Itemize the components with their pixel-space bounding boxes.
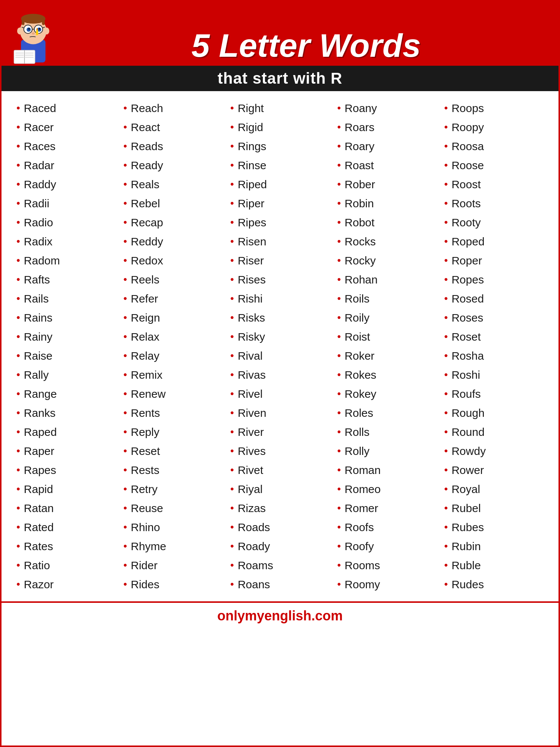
list-item: Raise [16, 346, 116, 365]
list-item: Rowdy [444, 441, 544, 461]
list-item: Rafts [16, 270, 116, 289]
list-item: Roils [337, 289, 436, 308]
list-item: Rider [123, 556, 223, 575]
list-item: Rival [230, 346, 330, 365]
list-item: Royal [444, 480, 544, 499]
list-item: Roped [444, 232, 544, 251]
list-item: Rises [230, 270, 330, 289]
list-item: Rokes [337, 365, 436, 384]
list-item: Rober [337, 175, 436, 194]
list-item: Roady [230, 537, 330, 556]
footer-url: onlymyenglish.com [217, 608, 343, 623]
list-item: Risks [230, 308, 330, 327]
list-item: Ranks [16, 403, 116, 422]
list-item: Reach [123, 99, 223, 118]
list-item: Roosa [444, 137, 544, 156]
word-list-1: RacedRacerRacesRadarRaddyRadiiRadioRadix… [16, 99, 116, 594]
list-item: Radar [16, 156, 116, 175]
header: 5 Letter Words [1, 1, 559, 66]
list-item: Rooty [444, 213, 544, 232]
list-item: Reels [123, 270, 223, 289]
svg-point-11 [28, 28, 30, 30]
svg-rect-4 [42, 18, 45, 25]
list-item: Riven [230, 403, 330, 422]
list-item: Refer [123, 289, 223, 308]
list-item: Radom [16, 251, 116, 270]
list-item: Roofs [337, 518, 436, 537]
list-item: Robot [337, 213, 436, 232]
list-item: Rooms [337, 556, 436, 575]
list-item: Rally [16, 365, 116, 384]
list-item: Roist [337, 327, 436, 346]
list-item: Roomy [337, 575, 436, 594]
list-item: Rocky [337, 251, 436, 270]
list-item: Roily [337, 308, 436, 327]
list-item: Racer [16, 118, 116, 137]
list-item: Roast [337, 156, 436, 175]
list-item: Rosha [444, 346, 544, 365]
list-item: Romeo [337, 480, 436, 499]
list-item: Razor [16, 575, 116, 594]
list-item: Relax [123, 327, 223, 346]
subtitle-bar: that start with R [0, 66, 560, 91]
list-item: Races [16, 137, 116, 156]
list-item: Rohan [337, 270, 436, 289]
list-item: Recap [123, 213, 223, 232]
list-item: Roses [444, 308, 544, 327]
list-item: Raped [16, 422, 116, 441]
mascot [9, 8, 61, 66]
list-item: Roufs [444, 384, 544, 403]
list-item: Reddy [123, 232, 223, 251]
list-item: Rains [16, 308, 116, 327]
list-item: Rivas [230, 365, 330, 384]
list-item: Raced [16, 99, 116, 118]
list-item: Roops [444, 99, 544, 118]
list-item: Reset [123, 441, 223, 461]
word-list-2: ReachReactReadsReadyRealsRebelRecapReddy… [123, 99, 223, 594]
list-item: Roman [337, 461, 436, 480]
list-item: Rapes [16, 461, 116, 480]
list-item: Roper [444, 251, 544, 270]
list-item: Rebel [123, 194, 223, 213]
list-item: Rough [444, 403, 544, 422]
list-item: React [123, 118, 223, 137]
list-item: Roary [337, 137, 436, 156]
list-item: Rides [123, 575, 223, 594]
list-item: Retry [123, 480, 223, 499]
list-item: Roles [337, 403, 436, 422]
list-item: Roopy [444, 118, 544, 137]
svg-rect-3 [22, 18, 25, 25]
list-item: Rives [230, 441, 330, 461]
svg-rect-18 [36, 30, 38, 35]
list-item: Ripes [230, 213, 330, 232]
list-item: Risen [230, 232, 330, 251]
list-item: Relay [123, 346, 223, 365]
list-item: Roset [444, 327, 544, 346]
svg-point-12 [39, 28, 40, 30]
column-5: RoopsRoopyRoosaRooseRoostRootsRootyRoped… [441, 99, 547, 594]
list-item: Riser [230, 251, 330, 270]
list-item: Rosed [444, 289, 544, 308]
list-item: Roots [444, 194, 544, 213]
page-subtitle: that start with R [218, 69, 342, 87]
list-item: Round [444, 422, 544, 441]
header-text-block: 5 Letter Words [61, 29, 551, 66]
list-item: Riper [230, 194, 330, 213]
list-item: Rapid [16, 480, 116, 499]
list-item: Rubin [444, 537, 544, 556]
list-item: Raper [16, 441, 116, 461]
list-item: Rudes [444, 575, 544, 594]
list-item: Rings [230, 137, 330, 156]
list-item: Ratio [16, 556, 116, 575]
list-item: Rokey [337, 384, 436, 403]
list-item: Ruble [444, 556, 544, 575]
list-item: Rubes [444, 518, 544, 537]
list-item: Remix [123, 365, 223, 384]
list-item: Reply [123, 422, 223, 441]
list-item: Rhino [123, 518, 223, 537]
list-item: Roads [230, 518, 330, 537]
column-1: RacedRacerRacesRadarRaddyRadiiRadioRadix… [13, 99, 119, 594]
list-item: Raddy [16, 175, 116, 194]
column-4: RoanyRoarsRoaryRoastRoberRobinRobotRocks… [333, 99, 440, 594]
word-content: RacedRacerRacesRadarRaddyRadiiRadioRadix… [1, 91, 559, 601]
